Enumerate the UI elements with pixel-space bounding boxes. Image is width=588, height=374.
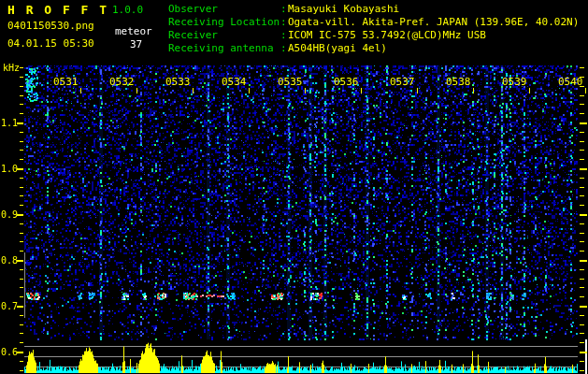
axis-tick [580, 296, 584, 297]
axis-tick [17, 352, 23, 353]
axis-tick [17, 306, 23, 308]
axis-tick [20, 86, 23, 87]
axis-tick [20, 104, 23, 105]
info-separator: : [280, 42, 288, 55]
axis-tick [580, 113, 584, 114]
freq-axis-label: 1.1 [1, 119, 16, 128]
axis-tick [580, 352, 587, 353]
time-axis-label: 0539 [502, 77, 527, 87]
axis-tick [17, 122, 23, 124]
axis-tick [17, 168, 23, 170]
app-title: H R O F F T [7, 3, 108, 17]
axis-tick [580, 251, 584, 252]
axis-tick [417, 88, 418, 94]
time-axis-label: 0531 [53, 77, 79, 87]
time-axis-label: 0535 [278, 77, 303, 87]
axis-tick [580, 205, 584, 206]
time-axis-label: 0536 [334, 77, 359, 87]
axis-tick [580, 287, 584, 288]
time-axis-label: 0537 [390, 77, 415, 87]
time-axis-label: 0534 [222, 77, 247, 87]
info-label: Receiving antenna [168, 42, 280, 55]
freq-axis-label: 0.8 [1, 256, 16, 266]
axis-tick [361, 88, 362, 94]
info-value: Ogata-vill. Akita-Pref. JAPAN (139.96E, … [288, 16, 579, 29]
info-label: Receiver [168, 29, 280, 42]
axis-tick [580, 315, 584, 316]
axis-tick [20, 241, 23, 242]
axis-tick [20, 279, 23, 280]
axis-tick [580, 269, 584, 270]
time-axis-label: 0533 [165, 77, 191, 87]
info-value: ICOM IC-575 53.7492(@LCD)MHz USB [288, 29, 486, 42]
axis-tick [585, 88, 586, 94]
axis-tick [20, 342, 23, 343]
axis-tick [136, 88, 137, 94]
axis-tick [20, 95, 23, 96]
axis-tick [20, 141, 23, 142]
axis-tick [20, 361, 23, 362]
axis-tick [20, 178, 23, 179]
axis-tick [20, 205, 23, 206]
axis-tick [20, 296, 23, 297]
axis-tick [20, 113, 23, 114]
axis-tick [580, 95, 584, 96]
axis-tick [580, 361, 584, 362]
axis-tick [580, 233, 584, 234]
axis-tick [580, 178, 584, 179]
axis-tick [17, 214, 23, 216]
axis-tick [580, 306, 587, 308]
axis-tick [20, 132, 23, 133]
info-row-observer: Observer : Masayuki Kobayashi [168, 3, 399, 16]
axis-tick [580, 241, 584, 242]
axis-tick [580, 168, 587, 170]
hrofft-screen: H R O F F T 1.0.0 0401150530.png meteor … [0, 0, 588, 374]
axis-tick [20, 223, 23, 224]
axis-tick [80, 88, 81, 94]
axis-tick [580, 324, 584, 325]
axis-tick [580, 187, 584, 188]
info-label: Receiving Location [168, 16, 280, 29]
info-separator: : [280, 16, 288, 29]
axis-tick [20, 287, 23, 288]
info-value: Masayuki Kobayashi [288, 3, 399, 16]
info-row-receiver: Receiver : ICOM IC-575 53.7492(@LCD)MHz … [168, 29, 486, 42]
info-separator: : [280, 3, 288, 16]
axis-tick [20, 159, 23, 160]
app-version: 1.0.0 [112, 4, 143, 16]
axis-tick [20, 150, 23, 151]
axis-tick [580, 223, 584, 224]
freq-axis-label: 0.6 [1, 348, 16, 357]
axis-tick [580, 260, 587, 262]
axis-tick [193, 88, 194, 94]
axis-tick [305, 88, 306, 94]
axis-tick [20, 67, 23, 68]
time-axis-label: 0532 [109, 77, 135, 87]
axis-tick [580, 214, 587, 216]
time-axis-label: 0540 [558, 77, 583, 87]
mode-label: meteor [115, 25, 152, 37]
echo-count: 37 [130, 38, 142, 50]
freq-axis-label: 0.7 [1, 302, 16, 311]
axis-tick [580, 104, 584, 105]
axis-tick [580, 333, 584, 334]
output-filename: 0401150530.png [7, 20, 94, 32]
axis-tick [20, 195, 23, 196]
axis-tick [580, 195, 584, 196]
freq-axis-label: 0.9 [1, 210, 16, 220]
axis-tick [580, 141, 584, 142]
axis-tick [580, 370, 584, 371]
axis-tick [580, 67, 584, 68]
info-label: Observer [168, 3, 280, 16]
axis-tick [249, 88, 250, 94]
spectrogram-canvas [0, 0, 588, 374]
time-axis-label: 0538 [446, 77, 471, 87]
info-separator: : [280, 29, 288, 42]
axis-tick [580, 150, 584, 151]
axis-tick [580, 342, 584, 343]
axis-tick [20, 324, 23, 325]
axis-tick [20, 233, 23, 234]
info-row-antenna: Receiving antenna : A504HB(yagi 4el) [168, 42, 387, 55]
info-value: A504HB(yagi 4el) [288, 42, 387, 55]
axis-tick [17, 260, 23, 262]
